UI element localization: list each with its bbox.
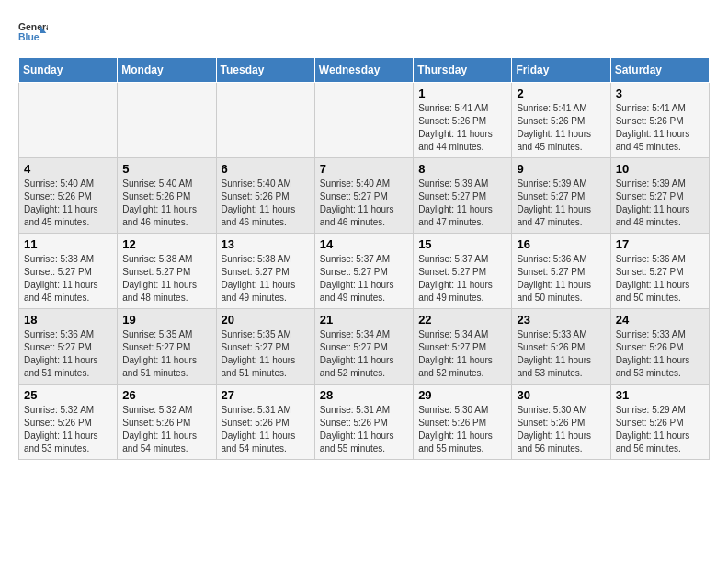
calendar-cell: 18Sunrise: 5:36 AM Sunset: 5:27 PM Dayli… bbox=[19, 309, 118, 385]
day-info: Sunrise: 5:30 AM Sunset: 5:26 PM Dayligh… bbox=[517, 404, 605, 455]
day-info: Sunrise: 5:40 AM Sunset: 5:26 PM Dayligh… bbox=[222, 178, 310, 229]
day-info: Sunrise: 5:33 AM Sunset: 5:26 PM Dayligh… bbox=[517, 328, 605, 380]
calendar-week-row: 4Sunrise: 5:40 AM Sunset: 5:26 PM Daylig… bbox=[19, 158, 710, 234]
day-number: 30 bbox=[517, 388, 605, 402]
day-info: Sunrise: 5:39 AM Sunset: 5:27 PM Dayligh… bbox=[616, 178, 704, 229]
day-number: 22 bbox=[418, 313, 506, 327]
calendar-cell bbox=[216, 83, 314, 158]
day-info: Sunrise: 5:41 AM Sunset: 5:26 PM Dayligh… bbox=[517, 102, 605, 154]
day-number: 19 bbox=[122, 313, 210, 327]
day-info: Sunrise: 5:38 AM Sunset: 5:27 PM Dayligh… bbox=[122, 253, 210, 304]
day-info: Sunrise: 5:34 AM Sunset: 5:27 PM Dayligh… bbox=[418, 328, 506, 380]
day-number: 18 bbox=[24, 313, 112, 327]
calendar-cell: 15Sunrise: 5:37 AM Sunset: 5:27 PM Dayli… bbox=[414, 234, 512, 309]
calendar-week-row: 25Sunrise: 5:32 AM Sunset: 5:26 PM Dayli… bbox=[19, 385, 710, 460]
calendar-cell: 16Sunrise: 5:36 AM Sunset: 5:27 PM Dayli… bbox=[512, 234, 610, 309]
calendar-cell: 12Sunrise: 5:38 AM Sunset: 5:27 PM Dayli… bbox=[118, 234, 216, 309]
day-info: Sunrise: 5:35 AM Sunset: 5:27 PM Dayligh… bbox=[122, 328, 210, 380]
day-number: 26 bbox=[122, 388, 210, 402]
calendar-cell: 10Sunrise: 5:39 AM Sunset: 5:27 PM Dayli… bbox=[610, 158, 709, 234]
day-number: 5 bbox=[122, 162, 210, 176]
day-info: Sunrise: 5:36 AM Sunset: 5:27 PM Dayligh… bbox=[24, 328, 112, 380]
calendar-cell: 1Sunrise: 5:41 AM Sunset: 5:26 PM Daylig… bbox=[414, 83, 512, 158]
day-info: Sunrise: 5:41 AM Sunset: 5:26 PM Dayligh… bbox=[418, 102, 506, 154]
day-info: Sunrise: 5:33 AM Sunset: 5:26 PM Dayligh… bbox=[616, 328, 704, 380]
day-number: 16 bbox=[517, 237, 605, 251]
calendar-cell: 4Sunrise: 5:40 AM Sunset: 5:26 PM Daylig… bbox=[19, 158, 118, 234]
calendar-cell: 29Sunrise: 5:30 AM Sunset: 5:26 PM Dayli… bbox=[414, 385, 512, 460]
calendar-cell: 27Sunrise: 5:31 AM Sunset: 5:26 PM Dayli… bbox=[216, 385, 314, 460]
day-number: 13 bbox=[222, 237, 310, 251]
svg-text:Blue: Blue bbox=[18, 32, 40, 42]
day-number: 25 bbox=[24, 388, 112, 402]
calendar-cell bbox=[19, 83, 118, 158]
day-info: Sunrise: 5:36 AM Sunset: 5:27 PM Dayligh… bbox=[616, 253, 704, 304]
header-day: Thursday bbox=[414, 58, 512, 83]
day-number: 8 bbox=[418, 162, 506, 176]
day-number: 29 bbox=[418, 388, 506, 402]
day-info: Sunrise: 5:41 AM Sunset: 5:26 PM Dayligh… bbox=[616, 102, 704, 154]
calendar-cell: 9Sunrise: 5:39 AM Sunset: 5:27 PM Daylig… bbox=[512, 158, 610, 234]
calendar-cell: 31Sunrise: 5:29 AM Sunset: 5:26 PM Dayli… bbox=[610, 385, 709, 460]
day-info: Sunrise: 5:32 AM Sunset: 5:26 PM Dayligh… bbox=[122, 404, 210, 455]
day-info: Sunrise: 5:29 AM Sunset: 5:26 PM Dayligh… bbox=[616, 404, 704, 455]
calendar-cell: 14Sunrise: 5:37 AM Sunset: 5:27 PM Dayli… bbox=[314, 234, 413, 309]
calendar-cell: 28Sunrise: 5:31 AM Sunset: 5:26 PM Dayli… bbox=[314, 385, 413, 460]
calendar-cell: 2Sunrise: 5:41 AM Sunset: 5:26 PM Daylig… bbox=[512, 83, 610, 158]
day-number: 28 bbox=[320, 388, 408, 402]
calendar-cell: 22Sunrise: 5:34 AM Sunset: 5:27 PM Dayli… bbox=[414, 309, 512, 385]
day-info: Sunrise: 5:38 AM Sunset: 5:27 PM Dayligh… bbox=[24, 253, 112, 304]
calendar-cell: 25Sunrise: 5:32 AM Sunset: 5:26 PM Dayli… bbox=[19, 385, 118, 460]
calendar-cell bbox=[118, 83, 216, 158]
day-info: Sunrise: 5:40 AM Sunset: 5:26 PM Dayligh… bbox=[122, 178, 210, 229]
day-number: 23 bbox=[517, 313, 605, 327]
day-number: 15 bbox=[418, 237, 506, 251]
calendar-cell: 21Sunrise: 5:34 AM Sunset: 5:27 PM Dayli… bbox=[314, 309, 413, 385]
day-number: 24 bbox=[616, 313, 704, 327]
calendar-cell: 26Sunrise: 5:32 AM Sunset: 5:26 PM Dayli… bbox=[118, 385, 216, 460]
header-day: Tuesday bbox=[216, 58, 314, 83]
calendar-cell: 13Sunrise: 5:38 AM Sunset: 5:27 PM Dayli… bbox=[216, 234, 314, 309]
day-info: Sunrise: 5:37 AM Sunset: 5:27 PM Dayligh… bbox=[320, 253, 408, 304]
page-header: GeneralBlue bbox=[18, 18, 710, 48]
day-info: Sunrise: 5:34 AM Sunset: 5:27 PM Dayligh… bbox=[320, 328, 408, 380]
header-day: Friday bbox=[512, 58, 610, 83]
calendar-table: SundayMondayTuesdayWednesdayThursdayFrid… bbox=[18, 57, 710, 460]
calendar-week-row: 11Sunrise: 5:38 AM Sunset: 5:27 PM Dayli… bbox=[19, 234, 710, 309]
header-day: Wednesday bbox=[314, 58, 413, 83]
day-info: Sunrise: 5:40 AM Sunset: 5:27 PM Dayligh… bbox=[320, 178, 408, 229]
calendar-cell bbox=[314, 83, 413, 158]
day-number: 21 bbox=[320, 313, 408, 327]
day-number: 2 bbox=[517, 86, 605, 100]
logo-icon: GeneralBlue bbox=[18, 18, 48, 48]
day-number: 6 bbox=[222, 162, 310, 176]
day-number: 4 bbox=[24, 162, 112, 176]
calendar-cell: 6Sunrise: 5:40 AM Sunset: 5:26 PM Daylig… bbox=[216, 158, 314, 234]
day-number: 12 bbox=[122, 237, 210, 251]
day-info: Sunrise: 5:32 AM Sunset: 5:26 PM Dayligh… bbox=[24, 404, 112, 455]
day-info: Sunrise: 5:30 AM Sunset: 5:26 PM Dayligh… bbox=[418, 404, 506, 455]
calendar-cell: 3Sunrise: 5:41 AM Sunset: 5:26 PM Daylig… bbox=[610, 83, 709, 158]
calendar-cell: 24Sunrise: 5:33 AM Sunset: 5:26 PM Dayli… bbox=[610, 309, 709, 385]
calendar-cell: 11Sunrise: 5:38 AM Sunset: 5:27 PM Dayli… bbox=[19, 234, 118, 309]
calendar-cell: 5Sunrise: 5:40 AM Sunset: 5:26 PM Daylig… bbox=[118, 158, 216, 234]
day-number: 7 bbox=[320, 162, 408, 176]
header-row: SundayMondayTuesdayWednesdayThursdayFrid… bbox=[19, 58, 710, 83]
calendar-cell: 30Sunrise: 5:30 AM Sunset: 5:26 PM Dayli… bbox=[512, 385, 610, 460]
day-number: 27 bbox=[222, 388, 310, 402]
calendar-cell: 19Sunrise: 5:35 AM Sunset: 5:27 PM Dayli… bbox=[118, 309, 216, 385]
day-number: 3 bbox=[616, 86, 704, 100]
day-number: 17 bbox=[616, 237, 704, 251]
day-info: Sunrise: 5:31 AM Sunset: 5:26 PM Dayligh… bbox=[222, 404, 310, 455]
calendar-cell: 17Sunrise: 5:36 AM Sunset: 5:27 PM Dayli… bbox=[610, 234, 709, 309]
header-day: Monday bbox=[118, 58, 216, 83]
day-info: Sunrise: 5:35 AM Sunset: 5:27 PM Dayligh… bbox=[222, 328, 310, 380]
day-info: Sunrise: 5:39 AM Sunset: 5:27 PM Dayligh… bbox=[418, 178, 506, 229]
day-number: 31 bbox=[616, 388, 704, 402]
header-day: Sunday bbox=[19, 58, 118, 83]
day-info: Sunrise: 5:38 AM Sunset: 5:27 PM Dayligh… bbox=[222, 253, 310, 304]
calendar-week-row: 18Sunrise: 5:36 AM Sunset: 5:27 PM Dayli… bbox=[19, 309, 710, 385]
calendar-cell: 7Sunrise: 5:40 AM Sunset: 5:27 PM Daylig… bbox=[314, 158, 413, 234]
day-number: 9 bbox=[517, 162, 605, 176]
day-number: 11 bbox=[24, 237, 112, 251]
